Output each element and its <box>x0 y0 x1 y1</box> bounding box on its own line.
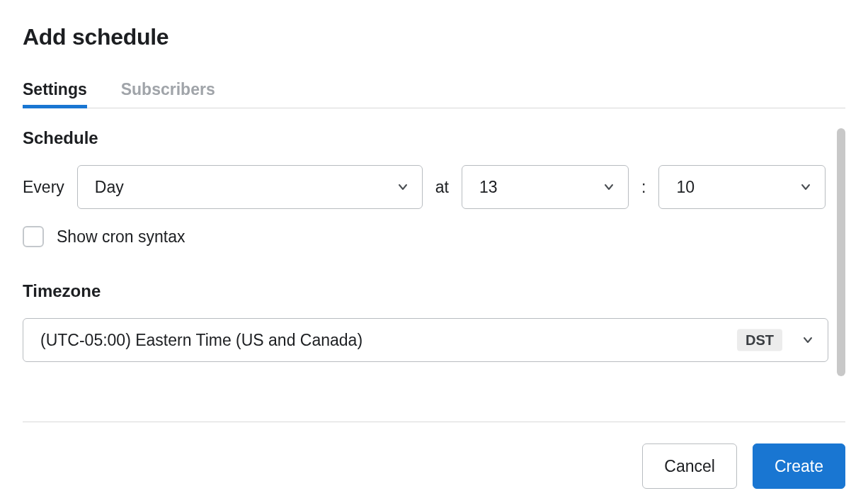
at-label: at <box>435 178 449 197</box>
hour-select[interactable]: 13 <box>462 165 629 209</box>
timezone-select[interactable]: (UTC-05:00) Eastern Time (US and Canada)… <box>23 318 828 362</box>
cron-checkbox-row: Show cron syntax <box>23 226 828 247</box>
schedule-row: Every Day at 13 : 10 <box>23 165 828 209</box>
hour-value: 13 <box>479 178 498 197</box>
frequency-select[interactable]: Day <box>77 165 423 209</box>
cancel-button[interactable]: Cancel <box>642 443 737 489</box>
scrollbar-thumb[interactable] <box>837 128 845 376</box>
timezone-value: (UTC-05:00) Eastern Time (US and Canada) <box>40 331 362 350</box>
dialog-footer: Cancel Create <box>23 422 845 489</box>
page-title: Add schedule <box>23 24 845 50</box>
every-label: Every <box>23 178 64 197</box>
cron-checkbox-label: Show cron syntax <box>57 227 185 247</box>
time-colon: : <box>641 178 646 197</box>
schedule-heading: Schedule <box>23 128 828 148</box>
tab-bar: Settings Subscribers <box>23 76 845 108</box>
timezone-heading: Timezone <box>23 281 828 301</box>
tab-settings[interactable]: Settings <box>23 76 87 108</box>
create-button[interactable]: Create <box>753 443 845 489</box>
scrollbar[interactable] <box>837 128 845 376</box>
dst-badge: DST <box>737 329 782 351</box>
minute-select[interactable]: 10 <box>658 165 826 209</box>
cron-checkbox[interactable] <box>23 226 44 247</box>
frequency-value: Day <box>95 178 124 197</box>
minute-value: 10 <box>676 178 695 197</box>
settings-panel: Schedule Every Day at 13 : 10 <box>23 128 845 422</box>
chevron-down-icon <box>801 333 815 347</box>
tab-subscribers[interactable]: Subscribers <box>121 76 215 108</box>
